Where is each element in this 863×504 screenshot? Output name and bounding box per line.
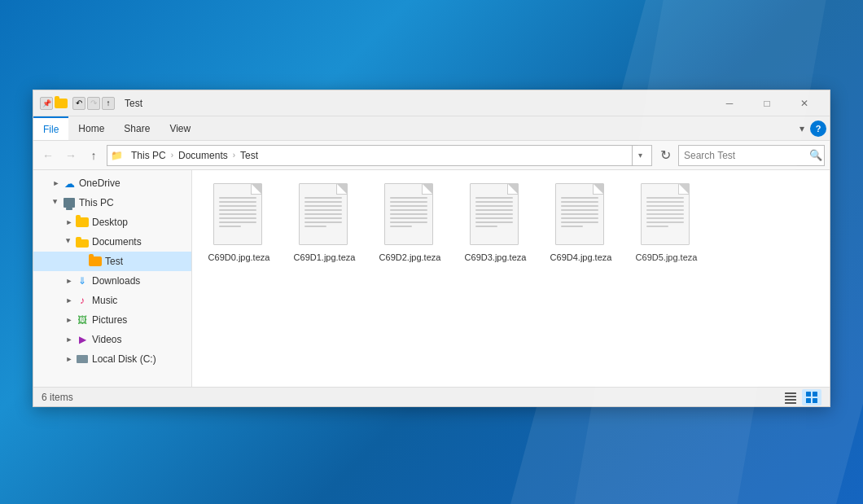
test-folder-icon [89,255,102,268]
title-bar-left-controls: 📌 ↶ ↷ ↑ [40,97,115,110]
local-disk-expand-arrow: ► [63,353,76,366]
up-directory-button[interactable]: ↑ [84,146,103,165]
svg-rect-1 [785,396,796,397]
status-item-count: 6 items [42,392,781,403]
sidebar-label-test: Test [105,256,123,267]
menu-right: ▾ ? [794,119,830,138]
details-view-button[interactable] [781,389,800,405]
sidebar-item-videos[interactable]: ► ▶ Videos [33,330,191,349]
breadcrumb-documents[interactable]: Documents [175,148,231,163]
breadcrumb: 📁 This PC › Documents › Test [111,148,261,163]
pictures-icon: 🖼 [76,313,89,327]
sidebar-label-downloads: Downloads [92,275,140,287]
window-controls: ─ □ ✕ [711,90,823,116]
search-box: 🔍 [678,145,825,166]
file-area: C69D0.jpg.teza C69D1.jpg.teza C69D2.jpg.… [192,170,830,387]
desktop-expand-arrow: ► [63,216,76,229]
this-pc-icon [63,196,76,209]
search-icon[interactable]: 🔍 [809,149,822,161]
sidebar-item-pictures[interactable]: ► 🖼 Pictures [33,310,191,330]
sidebar: ► ☁ OneDrive ► This PC ► Deskt [33,170,192,387]
address-bar: ← → ↑ 📁 This PC › Documents › Test ▾ ↻ 🔍 [33,141,830,170]
minimize-button[interactable]: ─ [711,90,748,116]
file-item[interactable]: C69D1.jpg.teza [286,178,363,268]
downloads-icon: ⇓ [76,274,89,287]
large-icons-view-button[interactable] [802,389,821,405]
documents-icon [76,235,89,248]
file-icon [555,183,607,248]
menu-home[interactable]: Home [68,116,114,140]
svg-rect-0 [785,392,796,394]
sidebar-label-desktop: Desktop [92,217,128,228]
back-button[interactable]: ← [38,146,58,165]
local-disk-icon [76,353,89,366]
content-area: ► ☁ OneDrive ► This PC ► Deskt [33,170,830,387]
breadcrumb-test[interactable]: Test [237,148,261,163]
sidebar-label-onedrive: OneDrive [79,177,120,189]
redo-btn[interactable]: ↷ [87,97,100,110]
sidebar-item-documents[interactable]: ► Documents [33,232,191,252]
this-pc-expand-arrow: ► [49,195,62,208]
file-item[interactable]: C69D3.jpg.teza [457,178,534,268]
breadcrumb-this-pc[interactable]: This PC [128,148,169,163]
svg-rect-5 [813,392,817,397]
svg-rect-4 [806,392,811,397]
file-item[interactable]: C69D4.jpg.teza [542,178,620,268]
refresh-button[interactable]: ↻ [655,146,675,165]
file-item[interactable]: C69D2.jpg.teza [371,178,449,268]
file-name: C69D5.jpg.teza [636,252,698,263]
file-icon [641,183,693,248]
sidebar-label-pictures: Pictures [92,314,127,326]
file-item[interactable]: C69D5.jpg.teza [628,178,705,268]
pictures-expand-arrow: ► [63,313,76,327]
file-item[interactable]: C69D0.jpg.teza [200,178,278,268]
close-button[interactable]: ✕ [786,90,823,116]
svg-rect-7 [813,398,817,403]
svg-rect-6 [806,398,811,403]
music-icon: ♪ [76,294,89,307]
forward-button[interactable]: → [61,146,81,165]
address-dropdown-arrow[interactable]: ▾ [632,145,648,166]
sidebar-item-onedrive[interactable]: ► ☁ OneDrive [33,173,191,193]
document-icon [470,183,519,245]
sidebar-item-downloads[interactable]: ► ⇓ Downloads [33,271,191,291]
document-icon [213,183,262,245]
file-name: C69D0.jpg.teza [208,252,270,263]
sidebar-item-desktop[interactable]: ► Desktop [33,213,191,232]
sidebar-item-test[interactable]: Test [33,252,191,271]
file-name: C69D4.jpg.teza [550,252,612,263]
menu-file[interactable]: File [33,116,68,140]
file-icon [213,183,265,248]
help-button[interactable]: ? [810,121,826,137]
file-icon [470,183,522,248]
document-icon [555,183,604,245]
sidebar-item-this-pc[interactable]: ► This PC [33,193,191,213]
file-icon [384,183,436,248]
document-icon [384,183,433,245]
quick-access-pin[interactable]: 📌 [40,97,53,110]
sidebar-label-videos: Videos [92,334,121,345]
title-bar: 📌 ↶ ↷ ↑ Test ─ □ ✕ [33,90,830,116]
search-input[interactable] [684,150,806,161]
sidebar-label-music: Music [92,295,117,306]
svg-rect-2 [785,399,796,401]
up-btn[interactable]: ↑ [102,97,115,110]
videos-icon: ▶ [76,333,89,346]
sidebar-item-local-disk[interactable]: ► Local Disk (C:) [33,349,191,369]
maximize-button[interactable]: □ [748,90,786,116]
menu-expand-icon[interactable]: ▾ [794,119,810,138]
music-expand-arrow: ► [63,294,76,307]
onedrive-expand-arrow: ► [50,177,63,190]
file-name: C69D1.jpg.teza [294,252,356,263]
document-icon [299,183,348,245]
menu-view[interactable]: View [160,116,200,140]
desktop-icon [76,216,89,229]
menu-share[interactable]: Share [114,116,160,140]
sidebar-item-music[interactable]: ► ♪ Music [33,291,191,310]
sidebar-label-documents: Documents [92,236,142,248]
sidebar-label-local-disk: Local Disk (C:) [92,353,156,365]
undo-btn[interactable]: ↶ [72,97,85,110]
document-icon [641,183,690,245]
status-bar: 6 items [33,387,830,406]
address-input[interactable]: 📁 This PC › Documents › Test ▾ [107,145,652,166]
